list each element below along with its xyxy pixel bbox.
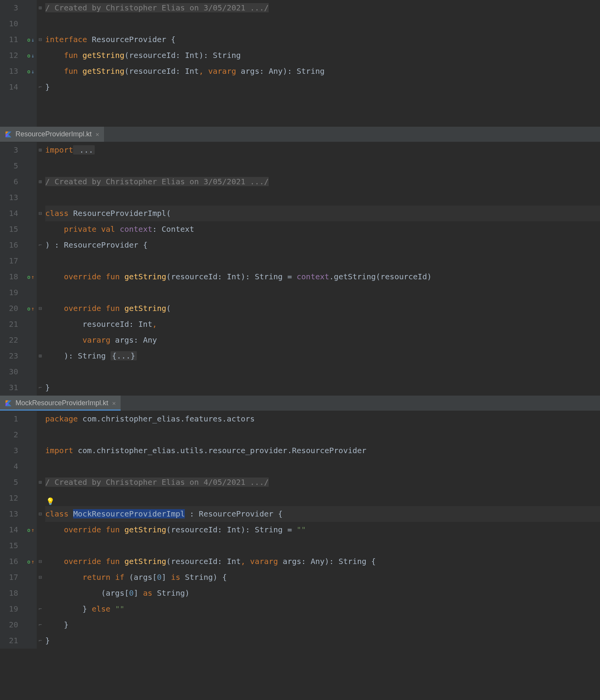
code-area[interactable]: package com.christopher_elias.features.a… — [44, 411, 600, 649]
tab-resourceproviderimpl[interactable]: ResourceProviderImpl.kt ✕ — [0, 127, 104, 142]
line-number — [0, 111, 37, 127]
fold-collapse-icon[interactable]: ⊟ — [37, 301, 44, 316]
fold-end-icon[interactable]: ⌐ — [37, 633, 44, 649]
code-line: override fun getString( — [45, 301, 600, 316]
fold-end-icon[interactable]: ⌐ — [37, 617, 44, 633]
editor-area[interactable]: 1 2 3 4 5 12 13 14o↑ 15 16o↑ 17 18 19 20… — [0, 411, 600, 649]
code-line: import com.christopher_elias.utils.resou… — [45, 443, 600, 459]
code-line — [45, 111, 600, 127]
code-area[interactable]: / Created by Christopher Elias on 3/05/2… — [44, 0, 600, 127]
code-line: vararg args: Any — [45, 332, 600, 348]
code-line: (args[0] as String) — [45, 585, 600, 601]
code-line: class ResourceProviderImpl( — [45, 206, 600, 221]
override-marker-icon[interactable]: o — [27, 269, 30, 285]
code-line: ): String {...} — [45, 348, 600, 364]
override-marker-icon[interactable]: o — [27, 48, 30, 63]
close-icon[interactable]: ✕ — [95, 130, 99, 139]
fold-end-icon[interactable]: ⌐ — [37, 237, 44, 253]
lightbulb-icon[interactable]: 💡 — [46, 493, 55, 509]
code-line: } — [45, 79, 600, 95]
editor-area[interactable]: 3 5 6 13 14 15 16 17 18o↑ 19 20o↑ 21 22 … — [0, 142, 600, 396]
line-number: 14 — [0, 79, 37, 95]
implements-down-icon[interactable]: ↓ — [31, 48, 34, 63]
tab-bar: ResourceProviderImpl.kt ✕ — [0, 127, 600, 142]
code-line: package com.christopher_elias.features.a… — [45, 411, 600, 427]
overrides-up-icon[interactable]: ↑ — [31, 269, 34, 285]
fold-column: ⊞ 💡 ⊟ ⊟ ⊟ ⌐ ⌐ ⌐ — [37, 411, 44, 649]
implements-down-icon[interactable]: ↓ — [31, 32, 34, 48]
override-marker-icon[interactable]: o — [27, 301, 30, 316]
fold-expand-icon[interactable]: ⊞ — [37, 0, 44, 16]
editor-pane-3: MockResourceProviderImpl.kt ✕ 1 2 3 4 5 … — [0, 396, 600, 649]
code-line — [45, 95, 600, 111]
kotlin-file-icon — [5, 131, 12, 138]
overrides-up-icon[interactable]: ↑ — [31, 554, 34, 569]
active-tab-indicator — [0, 409, 121, 411]
code-line: interface ResourceProvider { — [45, 32, 600, 48]
code-line: ) : ResourceProvider { — [45, 237, 600, 253]
code-line: fun getString(resourceId: Int): String — [45, 48, 600, 63]
fold-collapse-icon[interactable]: ⊟ — [37, 32, 44, 48]
tab-mockresourceproviderimpl[interactable]: MockResourceProviderImpl.kt ✕ — [0, 396, 121, 411]
fold-end-icon[interactable]: ⌐ — [37, 601, 44, 617]
fold-collapse-icon[interactable]: ⊟ — [37, 569, 44, 585]
code-line: override fun getString(resourceId: Int, … — [45, 554, 600, 569]
code-line: } — [45, 617, 600, 633]
line-gutter: 3 10 11o↓ 12o↓ 13o↓ 14 — [0, 0, 37, 127]
line-number: 13o↓ — [0, 63, 37, 79]
code-line: class MockResourceProviderImpl : Resourc… — [45, 506, 600, 522]
editor-pane-2: ResourceProviderImpl.kt ✕ 3 5 6 13 14 15… — [0, 127, 600, 396]
code-line: / Created by Christopher Elias on 3/05/2… — [45, 0, 600, 16]
tab-bar: MockResourceProviderImpl.kt ✕ — [0, 396, 600, 411]
overrides-up-icon[interactable]: ↑ — [31, 301, 34, 316]
fold-column: ⊞ ⊞ ⊟ ⌐ ⊟ ⊞ ⌐ — [37, 142, 44, 396]
line-number: 3 — [0, 0, 37, 16]
code-line: } else "" — [45, 601, 600, 617]
overrides-up-icon[interactable]: ↑ — [31, 522, 34, 538]
code-area[interactable]: import ... / Created by Christopher Elia… — [44, 142, 600, 396]
override-marker-icon[interactable]: o — [27, 63, 30, 79]
line-number: 10 — [0, 16, 37, 32]
fold-collapse-icon[interactable]: ⊟ — [37, 206, 44, 221]
close-icon[interactable]: ✕ — [112, 399, 116, 408]
fold-expand-icon[interactable]: ⊞ — [37, 142, 44, 158]
code-line: override fun getString(resourceId: Int):… — [45, 269, 600, 285]
fold-column: ⊞ ⊟ ⌐ — [37, 0, 44, 127]
fold-collapse-icon[interactable]: ⊟ — [37, 506, 44, 522]
code-line: } — [45, 380, 600, 396]
line-number: 11o↓ — [0, 32, 37, 48]
code-line — [45, 16, 600, 32]
fold-expand-icon[interactable]: ⊞ — [37, 348, 44, 364]
override-marker-icon[interactable]: o — [27, 32, 30, 48]
fold-end-icon[interactable]: ⌐ — [37, 380, 44, 396]
fold-end-icon[interactable]: ⌐ — [37, 79, 44, 95]
fold-expand-icon[interactable]: ⊞ — [37, 474, 44, 490]
code-line: fun getString(resourceId: Int, vararg ar… — [45, 63, 600, 79]
line-gutter: 3 5 6 13 14 15 16 17 18o↑ 19 20o↑ 21 22 … — [0, 142, 37, 396]
kotlin-file-icon — [5, 399, 12, 407]
code-line: / Created by Christopher Elias on 4/05/2… — [45, 474, 600, 490]
line-gutter: 1 2 3 4 5 12 13 14o↑ 15 16o↑ 17 18 19 20… — [0, 411, 37, 649]
code-line: } — [45, 633, 600, 649]
code-line: / Created by Christopher Elias on 3/05/2… — [45, 174, 600, 190]
code-line: private val context: Context — [45, 221, 600, 237]
override-marker-icon[interactable]: o — [27, 554, 30, 569]
implements-down-icon[interactable]: ↓ — [31, 63, 34, 79]
code-line: resourceId: Int, — [45, 316, 600, 332]
fold-collapse-icon[interactable]: ⊟ — [37, 554, 44, 569]
tab-label: ResourceProviderImpl.kt — [15, 129, 92, 139]
code-line: import ... — [45, 142, 600, 158]
code-line: override fun getString(resourceId: Int):… — [45, 522, 600, 538]
editor-area[interactable]: 3 10 11o↓ 12o↓ 13o↓ 14 ⊞ ⊟ ⌐ / Created b… — [0, 0, 600, 127]
editor-pane-1: 3 10 11o↓ 12o↓ 13o↓ 14 ⊞ ⊟ ⌐ / Created b… — [0, 0, 600, 127]
override-marker-icon[interactable]: o — [27, 522, 30, 538]
code-line: return if (args[0] is String) { — [45, 569, 600, 585]
line-number — [0, 95, 37, 111]
line-number: 12o↓ — [0, 48, 37, 63]
tab-label: MockResourceProviderImpl.kt — [15, 398, 108, 408]
fold-expand-icon[interactable]: ⊞ — [37, 174, 44, 190]
